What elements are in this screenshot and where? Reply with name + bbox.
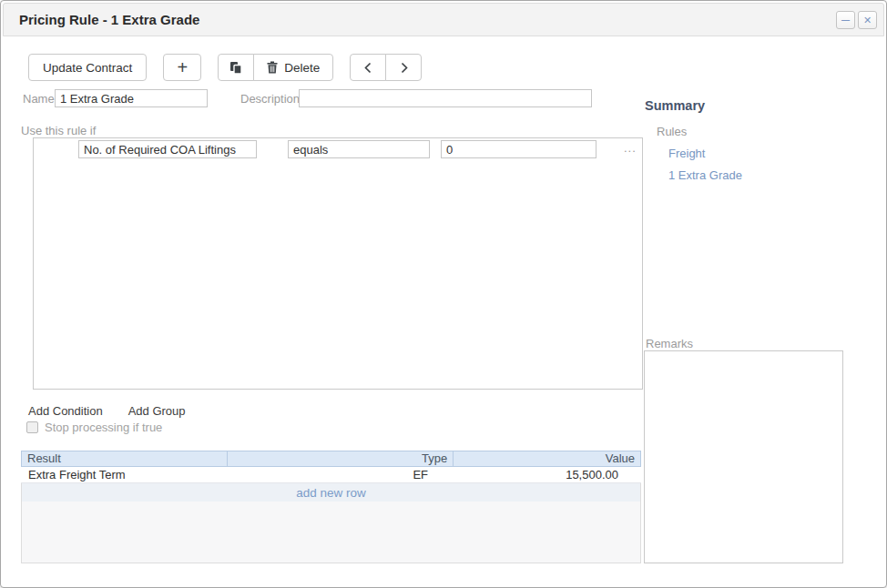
summary-title: Summary [645, 98, 705, 113]
name-input[interactable] [55, 89, 208, 107]
table-row[interactable]: Extra Freight Term EF 15,500.00 [21, 467, 641, 483]
pricing-rule-dialog: Pricing Rule - 1 Extra Grade — ✕ Update … [0, 0, 887, 588]
name-description-row: Name Description [1, 89, 887, 107]
rule-link-freight[interactable]: Freight [668, 147, 705, 160]
results-table: Result Type Value Extra Freight Term EF … [21, 451, 641, 563]
description-label: Description [240, 92, 300, 106]
copy-icon [229, 61, 242, 75]
description-input[interactable] [299, 89, 592, 107]
stop-processing-checkbox[interactable] [26, 421, 38, 433]
titlebar: Pricing Rule - 1 Extra Grade — ✕ [3, 3, 884, 36]
rule-link-1-extra-grade[interactable]: 1 Extra Grade [668, 168, 742, 182]
name-label: Name [23, 92, 55, 106]
close-icon: ✕ [863, 15, 872, 25]
condition-operator-input[interactable] [288, 140, 430, 158]
add-group-link[interactable]: Add Group [128, 404, 186, 418]
condition-more-button[interactable]: ... [624, 141, 637, 155]
delete-button-label: Delete [284, 61, 320, 75]
add-rule-button[interactable]: + [163, 54, 201, 81]
dialog-title: Pricing Rule - 1 Extra Grade [19, 4, 199, 36]
copy-button[interactable] [218, 54, 254, 81]
column-header-result[interactable]: Result [22, 451, 228, 466]
minimize-icon: — [841, 16, 850, 25]
cell-value: 15,500.00 [454, 467, 641, 482]
nav-group [350, 54, 422, 81]
chevron-left-icon [362, 62, 374, 74]
remarks-textarea[interactable] [644, 350, 843, 563]
minimize-button[interactable]: — [836, 11, 855, 29]
rules-label: Rules [657, 125, 687, 138]
add-condition-link[interactable]: Add Condition [28, 404, 103, 418]
stop-processing-row: Stop processing if true [26, 421, 162, 434]
stop-processing-label: Stop processing if true [45, 421, 162, 434]
condition-field-input[interactable] [78, 140, 257, 158]
close-button[interactable]: ✕ [858, 11, 877, 29]
chevron-right-icon [398, 62, 410, 74]
delete-button[interactable]: Delete [253, 54, 333, 81]
column-header-type[interactable]: Type [228, 451, 454, 466]
results-table-header: Result Type Value [21, 451, 641, 467]
remarks-label: Remarks [646, 337, 693, 350]
cell-result: Extra Freight Term [21, 467, 227, 482]
trash-icon [267, 61, 278, 74]
window-controls: — ✕ [836, 11, 877, 29]
next-rule-button[interactable] [385, 54, 422, 81]
add-new-row-link[interactable]: add new row [296, 486, 366, 500]
previous-rule-button[interactable] [350, 54, 386, 81]
cell-type: EF [227, 467, 454, 482]
copy-delete-group: Delete [218, 54, 333, 81]
column-header-value[interactable]: Value [454, 451, 640, 466]
condition-panel: ... [33, 137, 643, 390]
toolbar: Update Contract + [28, 54, 422, 81]
update-contract-button[interactable]: Update Contract [28, 54, 147, 81]
condition-value-input[interactable] [441, 140, 596, 158]
use-this-rule-if-label: Use this rule if [21, 124, 96, 137]
condition-links: Add Condition Add Group [28, 404, 186, 418]
add-new-row-band: add new row [22, 483, 640, 502]
